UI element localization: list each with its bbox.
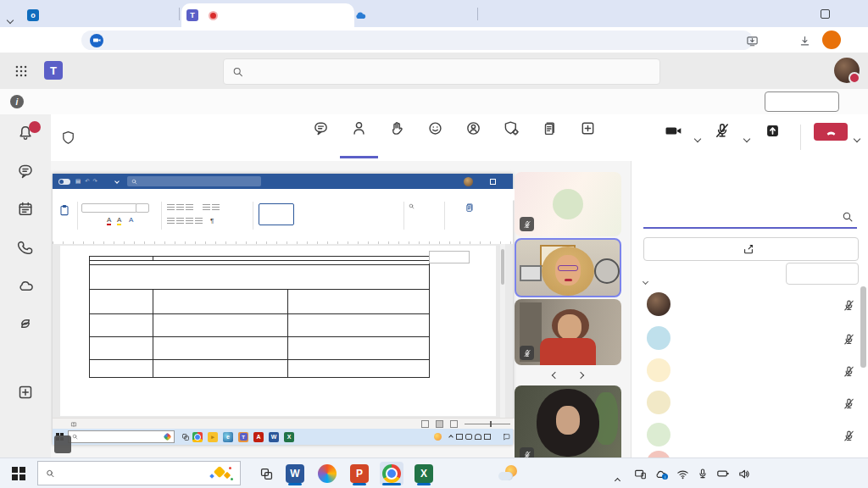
powerpoint-taskbar-button[interactable]: P bbox=[348, 462, 371, 485]
chat-button[interactable] bbox=[302, 120, 340, 156]
sidebar-item-calendar[interactable] bbox=[0, 201, 51, 219]
video-tile-speaking[interactable] bbox=[515, 238, 621, 297]
shared-taskbar-search[interactable] bbox=[68, 430, 175, 443]
file-explorer-icon[interactable]: ▸ bbox=[208, 432, 218, 442]
participant-row[interactable] bbox=[632, 322, 868, 354]
find-button[interactable] bbox=[409, 202, 415, 209]
task-view-button[interactable] bbox=[254, 462, 278, 485]
notification-icon[interactable] bbox=[503, 433, 510, 441]
mic-muted-icon[interactable] bbox=[843, 297, 855, 313]
align-icons[interactable] bbox=[166, 217, 203, 226]
view-web-icon[interactable] bbox=[450, 420, 458, 428]
participant-search-input[interactable] bbox=[647, 211, 837, 224]
leave-button[interactable] bbox=[814, 123, 848, 143]
view-button[interactable] bbox=[454, 120, 492, 156]
excel-taskbar-icon[interactable]: X bbox=[284, 432, 294, 442]
window-close-button[interactable] bbox=[839, 0, 868, 27]
mic-muted-icon[interactable] bbox=[843, 428, 855, 443]
teams-search-box[interactable] bbox=[223, 58, 660, 85]
redo-icon[interactable]: ↷ bbox=[93, 178, 97, 185]
font-name-box[interactable] bbox=[81, 203, 137, 213]
teams-sharing-icon[interactable]: T bbox=[238, 432, 248, 442]
mic-muted-icon[interactable] bbox=[843, 331, 855, 347]
undo-icon[interactable]: ↶ bbox=[85, 178, 89, 185]
address-bar[interactable] bbox=[81, 30, 753, 50]
mic-tray-icon[interactable] bbox=[693, 462, 712, 485]
controls-button[interactable] bbox=[492, 120, 531, 156]
indent-icons[interactable] bbox=[202, 203, 220, 213]
camera-button[interactable] bbox=[663, 123, 685, 141]
browser-tab-document[interactable] bbox=[481, 5, 619, 25]
video-tile-initials[interactable] bbox=[515, 172, 621, 236]
notes-button[interactable] bbox=[531, 120, 569, 156]
participant-row[interactable] bbox=[632, 354, 868, 386]
task-view-icon[interactable] bbox=[181, 433, 190, 441]
shared-taskbar-tray[interactable] bbox=[456, 434, 491, 440]
bullets-icon[interactable] bbox=[166, 203, 194, 213]
participants-scrollbar[interactable] bbox=[860, 286, 866, 368]
participant-row[interactable] bbox=[632, 419, 868, 451]
start-button[interactable] bbox=[7, 462, 31, 485]
word-search-box[interactable] bbox=[127, 176, 261, 186]
font-size-box[interactable] bbox=[136, 203, 149, 213]
battery-tray-icon[interactable] bbox=[714, 462, 732, 485]
save-icon[interactable]: ▤ bbox=[75, 178, 81, 185]
sidebar-item-apps[interactable] bbox=[0, 384, 51, 402]
taskbar-search-input[interactable] bbox=[62, 467, 203, 480]
text-effects-button[interactable]: A bbox=[129, 216, 133, 224]
share-button[interactable] bbox=[765, 123, 781, 141]
volume-tray-icon[interactable] bbox=[734, 462, 753, 485]
share-invite-button[interactable] bbox=[643, 237, 859, 261]
camera-options-chevron[interactable] bbox=[695, 130, 700, 145]
install-app-icon[interactable] bbox=[746, 33, 759, 47]
paragraph-mark-icon[interactable]: ¶ bbox=[210, 217, 214, 225]
devices-tray-icon[interactable] bbox=[631, 462, 649, 485]
chrome-icon[interactable] bbox=[192, 432, 203, 442]
more-button[interactable] bbox=[607, 120, 645, 156]
browser-tab-outlook[interactable]: o bbox=[22, 5, 188, 25]
teams-profile-avatar[interactable] bbox=[834, 58, 860, 83]
mic-options-chevron[interactable] bbox=[744, 130, 749, 145]
onedrive-tray-icon[interactable]: i bbox=[651, 462, 670, 485]
pager-next-icon[interactable] bbox=[577, 372, 584, 379]
word-taskbar-button[interactable]: W bbox=[283, 462, 307, 485]
download-now-button[interactable] bbox=[765, 92, 839, 112]
section-collapse-chevron[interactable] bbox=[643, 272, 648, 287]
browser-tab-teams-active[interactable]: T bbox=[181, 3, 354, 27]
people-button[interactable] bbox=[340, 120, 378, 158]
sidebar-item-activity[interactable] bbox=[0, 125, 51, 142]
view-print-icon[interactable] bbox=[436, 420, 443, 428]
sidebar-item-chat[interactable] bbox=[0, 163, 51, 180]
create-pdf-icon[interactable] bbox=[465, 202, 475, 213]
tray-expand-chevron[interactable] bbox=[615, 471, 620, 486]
excel-taskbar-button[interactable]: X bbox=[412, 462, 436, 485]
window-restore-button[interactable] bbox=[810, 0, 839, 27]
style-normal[interactable] bbox=[259, 203, 294, 225]
copilot-taskbar-button[interactable] bbox=[315, 462, 339, 485]
word-restore-button[interactable] bbox=[487, 179, 498, 185]
scrollbar-thumb[interactable] bbox=[501, 249, 504, 285]
teams-search-input[interactable] bbox=[250, 65, 651, 78]
video-tile-participant[interactable] bbox=[515, 385, 621, 458]
shared-taskbar-weather[interactable] bbox=[434, 433, 444, 441]
tab-search-caret[interactable] bbox=[8, 11, 13, 26]
participant-row[interactable] bbox=[632, 288, 868, 320]
browser-tab-onedrive[interactable] bbox=[349, 5, 485, 25]
participant-search-box[interactable] bbox=[643, 207, 857, 229]
document-page[interactable] bbox=[60, 246, 496, 416]
taskbar-search-box[interactable] bbox=[37, 461, 241, 485]
acrobat-icon[interactable]: A bbox=[253, 432, 264, 442]
mic-muted-icon[interactable] bbox=[843, 396, 855, 411]
zoom-slider[interactable] bbox=[465, 424, 510, 424]
apps-button[interactable] bbox=[569, 120, 607, 156]
word-taskbar-icon[interactable]: W bbox=[269, 432, 279, 442]
window-minimize-button[interactable] bbox=[782, 0, 810, 27]
font-color-button[interactable]: A bbox=[107, 216, 111, 225]
view-read-icon[interactable] bbox=[421, 420, 429, 428]
mic-muted-icon[interactable] bbox=[843, 363, 855, 379]
mute-all-button[interactable] bbox=[786, 263, 859, 285]
pager-previous-icon[interactable] bbox=[552, 372, 559, 379]
autosave-toggle[interactable] bbox=[58, 179, 70, 185]
participant-row[interactable] bbox=[632, 386, 868, 419]
paste-icon[interactable] bbox=[58, 203, 70, 217]
